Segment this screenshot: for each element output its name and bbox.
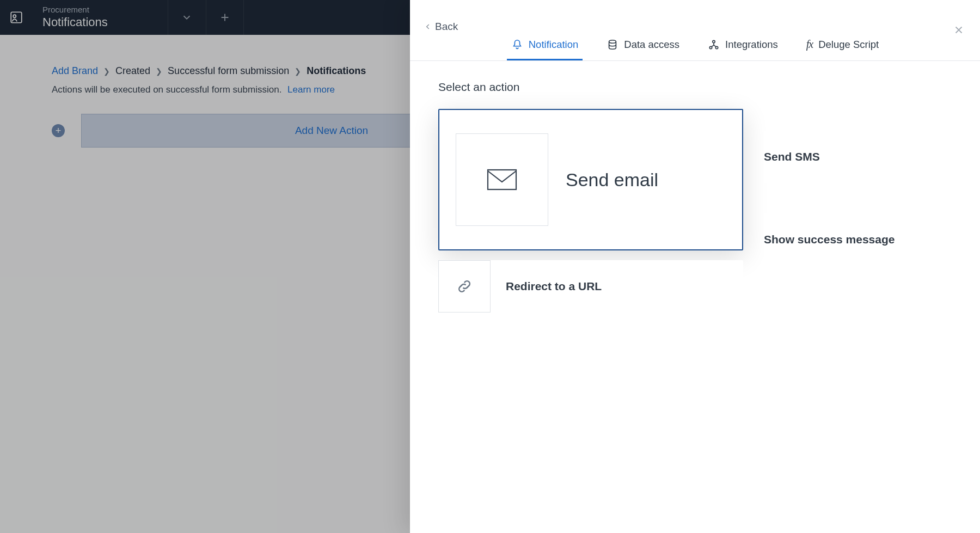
- action-show-success[interactable]: Show success message: [764, 213, 895, 266]
- panel-body: Select an action Send email Redirect to …: [410, 61, 980, 332]
- action-redirect-label: Redirect to a URL: [506, 280, 602, 293]
- action-redirect-url[interactable]: Redirect to a URL: [438, 260, 743, 313]
- tab-data-access[interactable]: Data access: [602, 30, 684, 60]
- app-supertitle: Procurement: [42, 5, 108, 15]
- action-send-email-label: Send email: [566, 169, 658, 191]
- svg-rect-6: [488, 170, 516, 189]
- action-send-sms[interactable]: Send SMS: [764, 131, 895, 183]
- svg-point-5: [713, 40, 715, 42]
- database-icon: [607, 39, 618, 51]
- fx-icon: fx: [806, 38, 813, 51]
- app-icon: [0, 0, 33, 35]
- bell-icon: [511, 39, 523, 51]
- chevron-right-icon: ❯: [103, 67, 110, 76]
- add-new-action-label: Add New Action: [295, 125, 368, 137]
- tab-notification[interactable]: Notification: [507, 30, 583, 60]
- subline-text: Actions will be executed on successful f…: [52, 84, 281, 95]
- panel-heading: Select an action: [438, 81, 952, 94]
- tab-integrations-label: Integrations: [725, 39, 778, 51]
- action-show-success-label: Show success message: [764, 233, 895, 246]
- envelope-icon: [456, 133, 548, 226]
- add-tab-button[interactable]: [206, 0, 244, 35]
- action-panel: Back Notification Data access Integratio…: [410, 0, 980, 533]
- title-group: Procurement Notifications: [33, 5, 108, 29]
- tab-notification-label: Notification: [529, 39, 579, 51]
- action-send-sms-label: Send SMS: [764, 150, 820, 163]
- svg-point-1: [13, 15, 16, 17]
- crumb-notifications: Notifications: [307, 65, 366, 77]
- chevron-right-icon: ❯: [156, 67, 162, 76]
- integrations-icon: [708, 39, 720, 51]
- crumb-created[interactable]: Created: [115, 65, 150, 77]
- title-dropdown[interactable]: [168, 0, 206, 35]
- panel-tabs: Notification Data access Integrations fx…: [410, 0, 980, 60]
- action-send-email[interactable]: Send email: [438, 109, 743, 250]
- learn-more-link[interactable]: Learn more: [287, 84, 335, 95]
- crumb-successful-submission[interactable]: Successful form submission: [168, 65, 289, 77]
- tab-deluge-label: Deluge Script: [818, 39, 879, 51]
- close-button[interactable]: [953, 24, 966, 37]
- tab-integrations[interactable]: Integrations: [703, 30, 782, 60]
- svg-point-2: [609, 40, 616, 43]
- page-title: Notifications: [42, 15, 108, 30]
- crumb-add-brand[interactable]: Add Brand: [52, 65, 98, 77]
- panel-header: Back Notification Data access Integratio…: [410, 0, 980, 61]
- link-icon: [438, 260, 491, 313]
- tab-deluge-script[interactable]: fx Deluge Script: [802, 30, 884, 60]
- add-action-plus-icon[interactable]: +: [52, 124, 65, 137]
- tab-data-access-label: Data access: [624, 39, 679, 51]
- chevron-right-icon: ❯: [295, 67, 301, 76]
